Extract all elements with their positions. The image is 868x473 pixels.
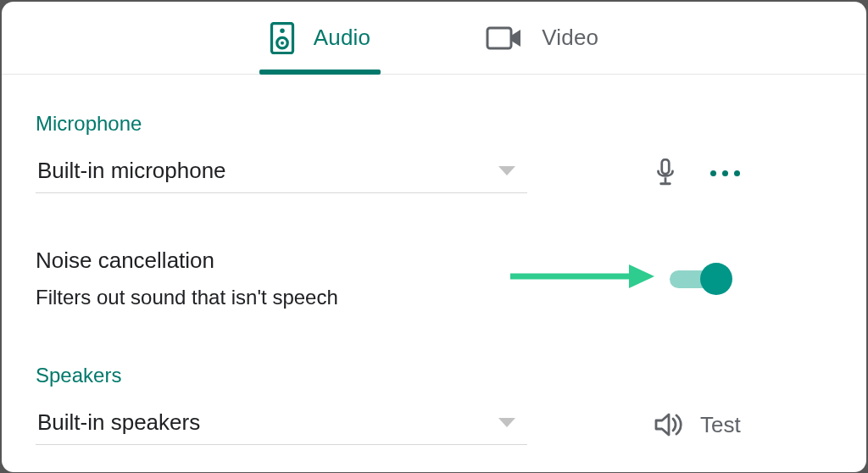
test-label: Test bbox=[700, 412, 741, 438]
chevron-down-icon bbox=[498, 166, 515, 175]
svg-point-1 bbox=[280, 28, 285, 33]
videocam-icon bbox=[486, 25, 523, 51]
microphone-section: Microphone Built-in microphone bbox=[36, 112, 832, 193]
tab-video-label: Video bbox=[542, 25, 598, 51]
svg-rect-5 bbox=[662, 159, 670, 174]
microphone-select[interactable]: Built-in microphone bbox=[36, 153, 527, 193]
mic-icon[interactable] bbox=[654, 159, 676, 187]
speakers-selected-value: Built-in speakers bbox=[37, 409, 200, 436]
test-speakers-button[interactable]: Test bbox=[654, 412, 741, 438]
noise-cancellation-row: Noise cancellation Filters out sound tha… bbox=[36, 248, 832, 309]
tabs-bar: Audio Video bbox=[2, 2, 866, 75]
tab-audio[interactable]: Audio bbox=[263, 2, 378, 74]
microphone-title: Microphone bbox=[36, 112, 832, 136]
audio-settings-content: Microphone Built-in microphone bbox=[2, 75, 866, 445]
svg-marker-9 bbox=[629, 264, 654, 288]
annotation-arrow bbox=[510, 261, 654, 292]
chevron-down-icon bbox=[498, 418, 515, 427]
svg-point-3 bbox=[281, 41, 284, 44]
settings-panel: Audio Video Microphone Built-in micropho… bbox=[2, 2, 866, 472]
speakers-section: Speakers Built-in speakers Test bbox=[36, 364, 832, 445]
toggle-thumb bbox=[700, 263, 732, 295]
svg-rect-4 bbox=[487, 28, 511, 48]
speaker-box-icon bbox=[270, 22, 295, 54]
tab-video[interactable]: Video bbox=[479, 2, 605, 74]
more-options-icon[interactable] bbox=[710, 170, 740, 176]
noise-title: Noise cancellation bbox=[36, 248, 510, 274]
volume-icon bbox=[654, 412, 683, 437]
noise-description: Filters out sound that isn't speech bbox=[36, 286, 510, 309]
tab-audio-label: Audio bbox=[314, 25, 371, 51]
speakers-title: Speakers bbox=[36, 364, 832, 387]
speakers-select[interactable]: Built-in speakers bbox=[36, 404, 527, 445]
microphone-selected-value: Built-in microphone bbox=[37, 158, 226, 184]
noise-cancellation-toggle[interactable] bbox=[670, 264, 727, 293]
